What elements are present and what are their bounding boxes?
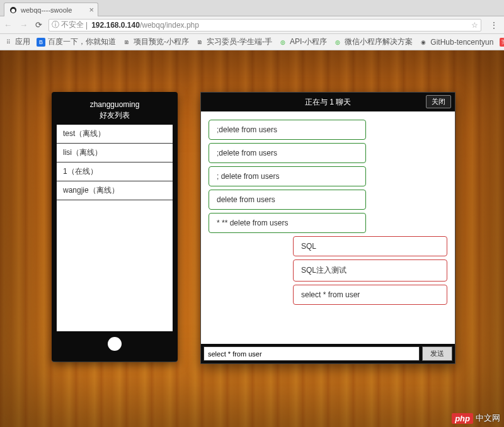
penguin-icon [9, 6, 17, 14]
chat-title: 正在与 1 聊天 [305, 97, 351, 108]
username-label: zhangguoming [57, 100, 173, 110]
tab-bar: webqq----swoole × [0, 0, 504, 16]
tab-title: webqq----swoole [21, 6, 72, 14]
bookmarks-bar: ⠿ 应用 B百度一下，你就知道 🗎项目预览-小程序 🗎实习委员-学生端-手 ◎A… [0, 34, 504, 50]
site-icon: B [37, 38, 45, 47]
friend-list: test（离线） lisi（离线） 1（在线） wangjie（离线） [57, 125, 173, 331]
bookmark-item[interactable]: ◎微信小程序解决方案 [333, 37, 413, 47]
friend-list-item[interactable]: 1（在线） [57, 162, 173, 181]
friend-list-panel: zhangguoming 好友列表 test（离线） lisi（离线） 1（在线… [52, 92, 178, 362]
chat-message-outgoing: SQL注入测试 [293, 259, 447, 282]
bookmark-item[interactable]: ◉GitHub-tencentyun [419, 38, 493, 47]
chat-message-incoming: delete from users [209, 190, 366, 210]
github-icon: ◉ [419, 38, 428, 47]
page-viewport: zhangguoming 好友列表 test（离线） lisi（离线） 1（在线… [0, 50, 504, 427]
watermark-brand: php [452, 413, 473, 424]
wechat-icon: ◎ [333, 38, 342, 47]
chat-window: 正在与 1 聊天 关闭 ;delete from users ;delete f… [200, 92, 455, 364]
chat-input[interactable] [203, 346, 420, 361]
bookmark-apps[interactable]: ⠿ 应用 [4, 37, 30, 47]
info-icon: ⓘ [52, 20, 59, 30]
url-bar: ← → ⟳ ⓘ 不安全 | 192.168.0.140/webqq/index.… [0, 16, 504, 34]
friend-list-title: 好友列表 [57, 110, 173, 121]
file-icon: 🗎 [122, 38, 131, 47]
chat-message-incoming: ;delete from users [209, 143, 366, 163]
bookmark-item[interactable]: 实实习生-实习生-最教 [500, 37, 504, 47]
phone-home-bar [57, 331, 173, 356]
friend-list-header: zhangguoming 好友列表 [57, 97, 173, 125]
forward-button[interactable]: → [20, 20, 28, 30]
chat-input-bar: 发送 [201, 344, 455, 363]
close-chat-button[interactable]: 关闭 [426, 95, 451, 108]
home-button-icon[interactable] [108, 337, 122, 351]
friend-list-item[interactable]: test（离线） [57, 125, 173, 144]
chat-message-incoming: ;delete from users [209, 120, 366, 140]
bookmark-item[interactable]: B百度一下，你就知道 [37, 37, 116, 47]
bookmark-item[interactable]: 🗎实习委员-学生端-手 [195, 37, 272, 47]
watermark: php 中文网 [452, 413, 500, 424]
apps-icon: ⠿ [4, 38, 13, 47]
address-bar[interactable]: ⓘ 不安全 | 192.168.0.140/webqq/index.php ☆ [49, 19, 481, 31]
close-tab-icon[interactable]: × [89, 5, 94, 14]
chat-header: 正在与 1 聊天 关闭 [201, 93, 455, 111]
file-icon: 🗎 [195, 38, 204, 47]
send-button[interactable]: 发送 [422, 346, 452, 361]
url-host: 192.168.0.140 [91, 21, 140, 30]
bookmark-item[interactable]: ◎API-小程序 [278, 37, 327, 47]
site-icon: 实 [500, 38, 504, 47]
chat-message-incoming: * ** delete from users [209, 213, 366, 233]
chat-message-list[interactable]: ;delete from users ;delete from users ; … [201, 111, 455, 344]
chat-message-incoming: ; delete from users [209, 166, 366, 186]
back-button[interactable]: ← [4, 20, 12, 30]
bookmark-item[interactable]: 🗎项目预览-小程序 [122, 37, 189, 47]
friend-list-item[interactable]: wangjie（离线） [57, 181, 173, 200]
chat-message-outgoing: select * from user [293, 285, 447, 305]
svg-point-1 [11, 9, 15, 13]
url-path: /webqq/index.php [140, 21, 199, 30]
bookmark-star-icon[interactable]: ☆ [471, 21, 478, 30]
overflow-menu-icon[interactable]: ⋮ [488, 21, 500, 30]
watermark-text: 中文网 [476, 413, 500, 424]
friend-list-item[interactable]: lisi（离线） [57, 144, 173, 162]
reload-button[interactable]: ⟳ [35, 20, 42, 30]
url-security-label: 不安全 [61, 20, 84, 30]
tab[interactable]: webqq----swoole × [4, 3, 98, 16]
wechat-icon: ◎ [278, 38, 287, 47]
chat-message-outgoing: SQL [293, 236, 447, 256]
